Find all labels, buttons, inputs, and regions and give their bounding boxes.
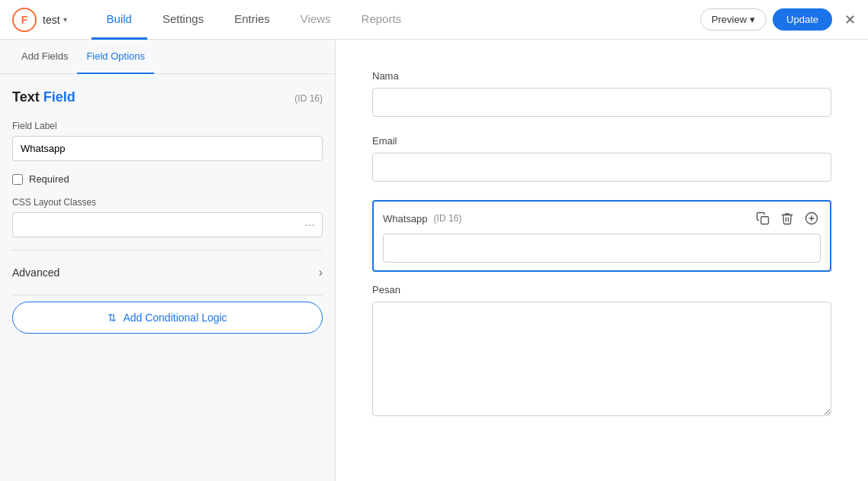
css-layout-group: CSS Layout Classes ··· — [12, 197, 323, 237]
section-divider — [12, 250, 323, 250]
preview-input-email[interactable] — [372, 153, 831, 182]
preview-field-active-header: Whatsapp (ID 16) — [383, 209, 821, 228]
nav-tab-build[interactable]: Build — [92, 1, 147, 40]
preview-button[interactable]: Preview ▾ — [700, 8, 767, 31]
css-layout-label: CSS Layout Classes — [12, 197, 323, 208]
preview-input-nama[interactable] — [372, 88, 831, 117]
css-dots-icon[interactable]: ··· — [305, 218, 315, 232]
close-button[interactable]: ✕ — [844, 11, 856, 28]
preview-label-email: Email — [372, 135, 831, 147]
nav-tabs: Build Settings Entries Views Reports — [92, 0, 700, 39]
preview-field-email: Email — [372, 135, 831, 182]
preview-active-id: (ID 16) — [434, 213, 462, 224]
preview-field-nama: Nama — [372, 70, 831, 117]
main-layout: Add Fields Field Options Text Field (ID … — [0, 40, 868, 481]
delete-icon[interactable] — [778, 209, 796, 228]
section-divider-2 — [12, 295, 323, 295]
preview-chevron-icon: ▾ — [750, 14, 755, 25]
nav-tab-settings[interactable]: Settings — [147, 1, 219, 40]
required-row: Required — [12, 173, 323, 185]
advanced-row[interactable]: Advanced › — [12, 257, 323, 289]
tab-field-options[interactable]: Field Options — [77, 40, 154, 74]
field-id: (ID 16) — [294, 93, 323, 104]
required-checkbox[interactable] — [12, 174, 23, 185]
left-panel: Add Fields Field Options Text Field (ID … — [0, 40, 336, 481]
copy-icon[interactable] — [754, 209, 772, 228]
field-label-input[interactable] — [12, 136, 323, 161]
add-conditional-logic-button[interactable]: ⇅ Add Conditional Logic — [12, 302, 323, 334]
required-label: Required — [29, 173, 69, 185]
svg-rect-0 — [761, 217, 769, 224]
nav-tab-entries[interactable]: Entries — [219, 1, 285, 40]
right-panel: Nama Email Whatsapp (ID 16) — [336, 40, 868, 481]
panel-content: Text Field (ID 16) Field Label Required … — [0, 74, 335, 481]
preview-field-whatsapp: Whatsapp (ID 16) — [372, 200, 831, 272]
preview-field-pesan: Pesan — [372, 284, 831, 418]
top-nav: F test ▾ Build Settings Entries Views Re… — [0, 0, 868, 40]
preview-textarea-pesan[interactable] — [372, 302, 831, 416]
css-layout-input[interactable] — [12, 212, 323, 237]
nav-tab-reports[interactable]: Reports — [346, 1, 417, 40]
preview-active-label: Whatsapp — [383, 213, 428, 224]
conditional-label: Add Conditional Logic — [123, 312, 227, 324]
advanced-chevron-icon: › — [319, 266, 323, 279]
panel-tabs: Add Fields Field Options — [0, 40, 335, 74]
field-label-group: Field Label — [12, 121, 323, 161]
update-button[interactable]: Update — [773, 8, 832, 31]
preview-input-whatsapp[interactable] — [383, 234, 821, 263]
conditional-icon: ⇅ — [108, 312, 117, 324]
nav-actions: Preview ▾ Update ✕ — [700, 8, 856, 31]
advanced-label: Advanced — [12, 266, 59, 279]
field-title: Text Field — [12, 89, 76, 105]
preview-field-actions — [754, 209, 821, 228]
field-label-label: Field Label — [12, 121, 323, 131]
tab-add-fields[interactable]: Add Fields — [12, 40, 77, 74]
move-icon[interactable] — [802, 209, 821, 228]
app-logo: F — [12, 8, 37, 32]
app-name[interactable]: test ▾ — [43, 14, 67, 26]
nav-tab-views[interactable]: Views — [285, 1, 346, 40]
preview-label-pesan: Pesan — [372, 284, 831, 295]
field-title-row: Text Field (ID 16) — [12, 89, 323, 105]
css-input-wrapper: ··· — [12, 212, 323, 237]
preview-label-nama: Nama — [372, 70, 831, 82]
app-name-chevron: ▾ — [63, 15, 67, 24]
